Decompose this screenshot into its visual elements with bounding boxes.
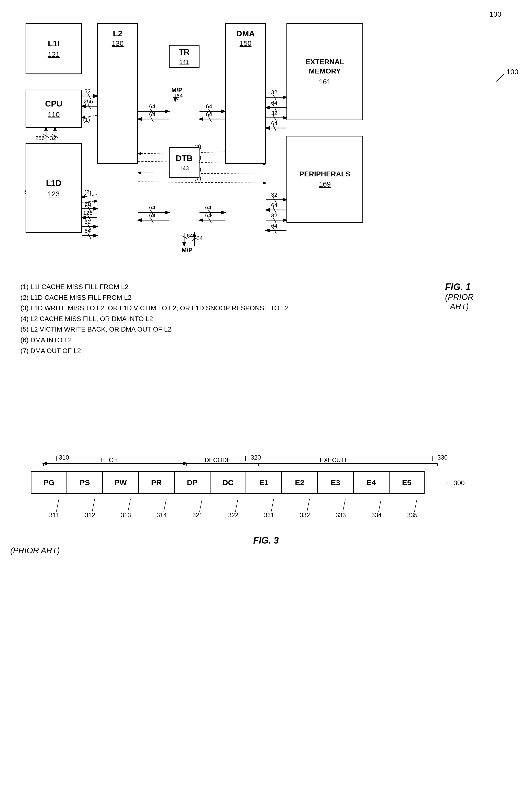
svg-text:64: 64 (206, 111, 212, 117)
svg-line-103 (273, 197, 276, 203)
svg-text:32: 32 (84, 88, 91, 94)
svg-text:314: 314 (156, 511, 167, 519)
fig1-diagram: 100 (10, 10, 522, 394)
svg-text:64: 64 (206, 103, 212, 110)
svg-line-163 (307, 499, 309, 512)
legend-item-7: (7) DMA OUT OF L2 (20, 346, 289, 356)
stage-e2: E2 (281, 471, 317, 494)
stage-dc: DC (210, 471, 246, 494)
svg-text:M/P: M/P (182, 247, 193, 253)
svg-line-51 (82, 195, 97, 197)
ext-mem-box: EXTERNALMEMORY 161 (286, 23, 363, 120)
fig3-title: FIG. 3 (10, 535, 522, 546)
svg-text:312: 312 (85, 511, 95, 519)
svg-line-125 (496, 74, 504, 82)
svg-text:256: 256 (35, 135, 45, 141)
svg-text:333: 333 (336, 511, 346, 519)
tr-box: TR 141 (169, 45, 200, 68)
cpu-label: CPU (45, 99, 62, 109)
svg-text:320: 320 (251, 454, 261, 461)
svg-line-120 (138, 182, 266, 183)
svg-line-166 (414, 499, 417, 512)
svg-line-94 (273, 105, 276, 111)
cpu-box: CPU 110 (25, 90, 82, 128)
svg-line-53 (82, 201, 97, 202)
legend-item-3: (3) L1D WRITE MISS TO L2, OR L1D VICTIM … (20, 303, 289, 314)
svg-text:64: 64 (271, 222, 277, 229)
stage-pr: PR (138, 471, 174, 494)
svg-text:330: 330 (437, 454, 448, 461)
svg-line-10 (43, 134, 49, 138)
stage-e1: E1 (246, 471, 281, 494)
svg-line-161 (235, 499, 238, 512)
svg-line-112 (273, 228, 276, 234)
svg-line-7 (82, 115, 97, 118)
l1d-box: L1D 123 (25, 143, 82, 233)
svg-text:128: 128 (83, 210, 93, 216)
svg-line-84 (182, 236, 187, 239)
svg-line-56 (150, 109, 153, 114)
l1i-label: L1I (48, 39, 60, 48)
l2-ref: 130 (112, 39, 124, 48)
svg-line-75 (150, 218, 153, 223)
svg-text:64: 64 (149, 111, 155, 117)
svg-line-81 (208, 218, 211, 223)
fig1-legend: (1) L1I CACHE MISS FILL FROM L2 (2) L1D … (20, 282, 289, 356)
svg-text:331: 331 (264, 511, 274, 519)
svg-line-46 (88, 224, 91, 230)
svg-line-59 (150, 116, 153, 122)
l1i-box: L1I 121 (25, 23, 82, 74)
svg-text:32: 32 (271, 89, 277, 95)
svg-text:64: 64 (84, 228, 91, 234)
fig1-title: FIG. 1 (445, 282, 471, 292)
svg-line-159 (164, 499, 166, 512)
legend-item-1: (1) L1I CACHE MISS FILL FROM L2 (20, 282, 289, 292)
pipeline-stages: PG PS PW PR DP DC E1 E2 (31, 471, 424, 494)
svg-text:64: 64 (271, 100, 277, 106)
fig1-title-block: FIG. 1 (PRIOR ART) (445, 282, 471, 292)
l1i-ref: 121 (48, 51, 60, 59)
svg-text:64: 64 (271, 120, 277, 126)
svg-text:256: 256 (84, 98, 93, 105)
stage-ps: PS (66, 471, 102, 494)
svg-text:64: 64 (187, 233, 193, 239)
stage-e4: E4 (353, 471, 389, 494)
dma-box: DMA 150 (225, 23, 266, 164)
tr-label: TR (179, 47, 190, 57)
svg-text:64: 64 (196, 235, 203, 241)
svg-text:310: 310 (59, 454, 69, 461)
stage-e5: E5 (389, 471, 424, 494)
peripherals-box: PERIPHERALS 169 (286, 136, 363, 223)
svg-text:(3): (3) (84, 201, 91, 207)
svg-line-66 (208, 109, 211, 114)
svg-line-164 (343, 499, 345, 512)
dtb-label: DTB (176, 153, 193, 163)
svg-text:(2): (2) (84, 189, 91, 195)
svg-line-69 (208, 116, 211, 122)
svg-text:M/P: M/P (171, 87, 182, 93)
l1d-ref: 123 (48, 190, 60, 198)
svg-line-162 (271, 499, 274, 512)
svg-line-72 (150, 210, 153, 216)
svg-text:334: 334 (372, 511, 382, 519)
svg-text:(1): (1) (83, 116, 90, 123)
dtb-box: DTB 143 (169, 147, 200, 178)
svg-line-91 (273, 95, 276, 101)
svg-text:335: 335 (407, 511, 417, 519)
svg-line-15 (53, 134, 58, 138)
svg-text:322: 322 (228, 511, 239, 519)
svg-text:64: 64 (149, 212, 155, 219)
page: 100 (0, 0, 532, 796)
stage-pg: PG (31, 471, 66, 494)
svg-text:321: 321 (192, 511, 203, 519)
svg-line-78 (208, 210, 211, 216)
fig3-title-block: FIG. 3 (PRIOR ART) (10, 535, 522, 546)
svg-line-157 (92, 499, 95, 512)
svg-text:64: 64 (176, 93, 183, 99)
svg-text:311: 311 (49, 511, 59, 519)
svg-text:DECODE: DECODE (205, 456, 231, 464)
svg-line-63 (173, 97, 178, 100)
dma-ref: 150 (240, 39, 252, 48)
svg-line-49 (88, 233, 91, 239)
svg-line-87 (192, 238, 197, 241)
